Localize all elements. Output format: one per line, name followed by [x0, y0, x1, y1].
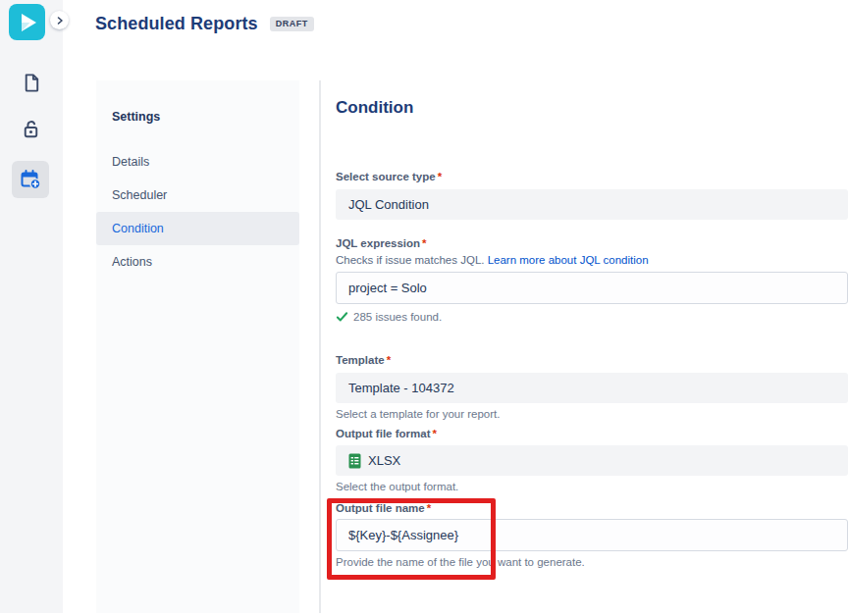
output-format-label: Output file format*: [336, 427, 848, 440]
required-asterisk: *: [422, 237, 426, 249]
nav-item-details[interactable]: Details: [96, 145, 299, 179]
sidebar-expand-button[interactable]: [50, 11, 69, 29]
output-name-label: Output file name*: [336, 501, 848, 515]
output-format-value: XLSX: [368, 453, 400, 468]
calendar-add-icon: [19, 168, 42, 191]
sidebar-item-documents[interactable]: [12, 64, 49, 101]
output-format-helper: Select the output format.: [336, 480, 848, 493]
vertical-divider: [319, 80, 321, 613]
play-logo-icon: [15, 10, 40, 35]
required-asterisk: *: [387, 354, 391, 366]
status-badge: DRAFT: [270, 17, 314, 31]
output-format-select[interactable]: XLSX: [336, 445, 848, 476]
nav-item-scheduler[interactable]: Scheduler: [96, 179, 299, 212]
chevron-right-icon: [55, 16, 65, 26]
settings-nav-items: Details Scheduler Condition Actions: [96, 145, 299, 279]
document-icon: [20, 72, 42, 94]
app-logo[interactable]: [9, 4, 45, 40]
source-type-select[interactable]: JQL Condition: [336, 189, 848, 220]
settings-nav-header: Settings: [112, 110, 299, 124]
template-value: Template - 104372: [348, 381, 454, 395]
settings-nav-panel: Settings Details Scheduler Condition Act…: [96, 80, 299, 613]
page-header: Scheduled Reports DRAFT: [95, 11, 314, 36]
nav-item-condition[interactable]: Condition: [96, 212, 299, 245]
required-asterisk: *: [427, 502, 431, 514]
jql-expression-input[interactable]: [336, 272, 848, 304]
source-type-value: JQL Condition: [348, 197, 429, 212]
output-name-helper: Provide the name of the file you want to…: [336, 555, 848, 569]
jql-status: 285 issues found.: [336, 311, 848, 323]
condition-form: Condition Select source type* JQL Condit…: [336, 80, 848, 569]
required-asterisk: *: [432, 428, 436, 439]
jql-learn-more-link[interactable]: Learn more about JQL condition: [488, 254, 649, 266]
jql-description: Checks if issue matches JQL. Learn more …: [336, 253, 848, 267]
template-select[interactable]: Template - 104372: [336, 373, 848, 403]
sidebar-item-permissions[interactable]: [12, 110, 49, 147]
jql-status-text: 285 issues found.: [353, 311, 442, 323]
template-label: Template*: [336, 353, 848, 367]
jql-expression-label: JQL expression*: [336, 236, 848, 250]
nav-item-actions[interactable]: Actions: [96, 245, 299, 279]
unlock-icon: [20, 118, 42, 140]
form-heading: Condition: [336, 98, 848, 118]
app-sidebar: [0, 0, 63, 613]
sidebar-item-scheduled-reports[interactable]: [12, 161, 49, 198]
source-type-label: Select source type*: [336, 170, 848, 183]
check-icon: [336, 311, 348, 323]
template-helper: Select a template for your report.: [336, 407, 848, 421]
output-name-input[interactable]: [336, 519, 848, 551]
page-title: Scheduled Reports: [95, 14, 258, 34]
required-asterisk: *: [438, 171, 442, 182]
excel-file-icon: [348, 453, 361, 469]
